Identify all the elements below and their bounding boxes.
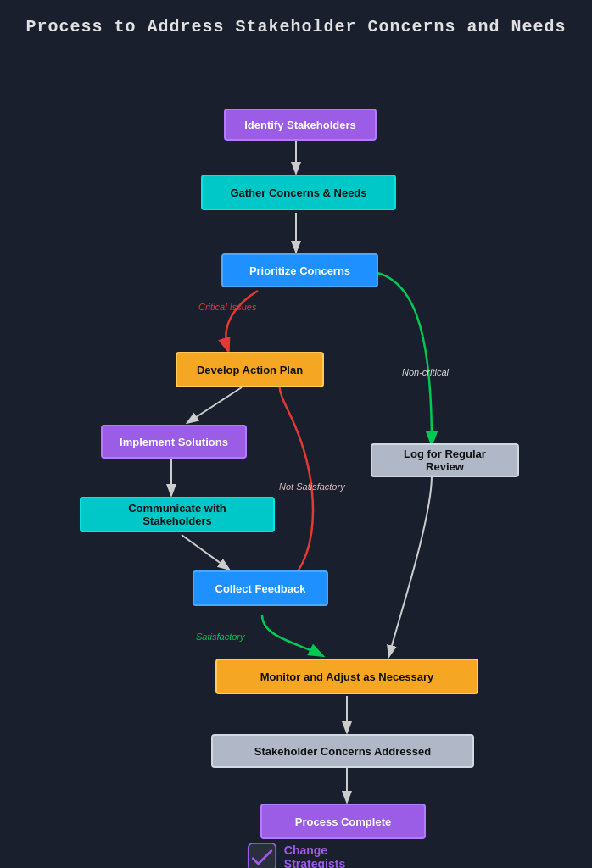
node-prioritize: Prioritize Concerns <box>221 253 378 287</box>
node-monitor: Monitor and Adjust as Necessary <box>215 659 478 694</box>
logo-area: Change Strategists <box>247 842 345 868</box>
node-collect: Collect Feedback <box>193 570 328 606</box>
node-gather: Gather Concerns & Needs <box>201 175 396 210</box>
page-title: Process to Address Stakeholder Concerns … <box>25 17 566 36</box>
logo-text: Change Strategists <box>284 843 345 868</box>
node-develop: Develop Action Plan <box>176 352 324 387</box>
svg-rect-7 <box>249 843 276 868</box>
node-complete: Process Complete <box>260 804 426 839</box>
label-notsatisfactory: Not Satisfactory <box>279 481 345 492</box>
label-noncritical: Non-critical <box>402 367 449 377</box>
node-implement: Implement Solutions <box>101 425 247 459</box>
logo-icon <box>247 842 277 868</box>
label-satisfactory: Satisfactory <box>196 632 244 642</box>
node-communicate: Communicate with Stakeholders <box>80 497 275 532</box>
flowchart-diagram: Identify Stakeholders Gather Concerns & … <box>33 62 559 825</box>
node-addressed: Stakeholder Concerns Addressed <box>211 734 474 768</box>
svg-line-4 <box>182 535 228 569</box>
node-identify: Identify Stakeholders <box>224 108 377 141</box>
svg-line-2 <box>188 387 242 422</box>
node-log: Log for Regular Review <box>371 443 519 477</box>
label-critical: Critical Issues <box>198 302 256 312</box>
